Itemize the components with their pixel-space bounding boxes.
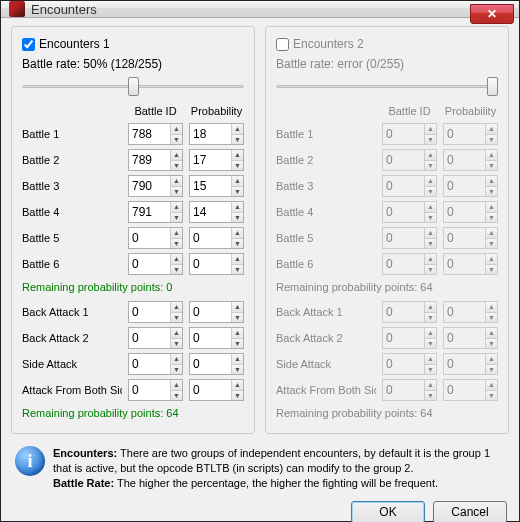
spinner-up-icon[interactable]: ▲ [425, 228, 436, 239]
spinner-down-icon[interactable]: ▼ [232, 213, 243, 223]
close-button[interactable]: ✕ [470, 4, 514, 24]
special-id-spinner[interactable]: ▲▼ [128, 379, 183, 401]
special-id-spinner-input[interactable] [129, 354, 170, 374]
spinner-down-icon[interactable]: ▼ [486, 313, 497, 323]
spinner-up-icon[interactable]: ▲ [486, 228, 497, 239]
special-id-spinner[interactable]: ▲▼ [128, 353, 183, 375]
battle-id-spinner[interactable]: ▲▼ [382, 201, 437, 223]
spinner-down-icon[interactable]: ▼ [171, 265, 182, 275]
spinner-down-icon[interactable]: ▼ [232, 365, 243, 375]
battle-prob-spinner[interactable]: ▲▼ [443, 201, 498, 223]
spinner-up-icon[interactable]: ▲ [486, 328, 497, 339]
battle-prob-spinner[interactable]: ▲▼ [443, 253, 498, 275]
spinner-up-icon[interactable]: ▲ [171, 124, 182, 135]
battle-prob-spinner-input[interactable] [190, 124, 231, 144]
spinner-up-icon[interactable]: ▲ [232, 380, 243, 391]
spinner-up-icon[interactable]: ▲ [425, 328, 436, 339]
spinner-down-icon[interactable]: ▼ [425, 239, 436, 249]
battle-prob-spinner[interactable]: ▲▼ [189, 227, 244, 249]
special-prob-spinner[interactable]: ▲▼ [443, 327, 498, 349]
spinner-up-icon[interactable]: ▲ [171, 302, 182, 313]
spinner-down-icon[interactable]: ▼ [171, 391, 182, 401]
battle-rate-2-slider[interactable] [276, 76, 498, 96]
spinner-down-icon[interactable]: ▼ [232, 239, 243, 249]
special-id-spinner[interactable]: ▲▼ [382, 379, 437, 401]
spinner-down-icon[interactable]: ▼ [425, 391, 436, 401]
special-id-spinner[interactable]: ▲▼ [382, 301, 437, 323]
special-id-spinner-input[interactable] [129, 380, 170, 400]
special-id-spinner-input[interactable] [383, 302, 424, 322]
special-prob-spinner-input[interactable] [190, 328, 231, 348]
special-prob-spinner-input[interactable] [444, 380, 485, 400]
special-prob-spinner-input[interactable] [190, 354, 231, 374]
battle-prob-spinner-input[interactable] [444, 124, 485, 144]
spinner-down-icon[interactable]: ▼ [232, 313, 243, 323]
battle-prob-spinner[interactable]: ▲▼ [443, 123, 498, 145]
spinner-down-icon[interactable]: ▼ [171, 365, 182, 375]
spinner-up-icon[interactable]: ▲ [171, 176, 182, 187]
spinner-up-icon[interactable]: ▲ [425, 354, 436, 365]
battle-id-spinner-input[interactable] [383, 150, 424, 170]
spinner-down-icon[interactable]: ▼ [425, 265, 436, 275]
spinner-up-icon[interactable]: ▲ [171, 150, 182, 161]
battle-id-spinner[interactable]: ▲▼ [128, 123, 183, 145]
battle-id-spinner-input[interactable] [129, 254, 170, 274]
spinner-down-icon[interactable]: ▼ [486, 365, 497, 375]
spinner-up-icon[interactable]: ▲ [486, 176, 497, 187]
spinner-up-icon[interactable]: ▲ [232, 302, 243, 313]
special-id-spinner-input[interactable] [383, 328, 424, 348]
slider-thumb[interactable] [128, 77, 139, 96]
battle-id-spinner[interactable]: ▲▼ [128, 253, 183, 275]
spinner-down-icon[interactable]: ▼ [486, 187, 497, 197]
battle-rate-1-slider[interactable] [22, 76, 244, 96]
battle-prob-spinner[interactable]: ▲▼ [189, 123, 244, 145]
spinner-up-icon[interactable]: ▲ [486, 124, 497, 135]
spinner-down-icon[interactable]: ▼ [232, 391, 243, 401]
special-prob-spinner[interactable]: ▲▼ [443, 379, 498, 401]
spinner-up-icon[interactable]: ▲ [486, 302, 497, 313]
spinner-up-icon[interactable]: ▲ [486, 380, 497, 391]
battle-prob-spinner[interactable]: ▲▼ [443, 175, 498, 197]
spinner-up-icon[interactable]: ▲ [232, 202, 243, 213]
special-prob-spinner[interactable]: ▲▼ [189, 327, 244, 349]
battle-prob-spinner-input[interactable] [444, 176, 485, 196]
battle-prob-spinner-input[interactable] [444, 254, 485, 274]
battle-prob-spinner[interactable]: ▲▼ [189, 149, 244, 171]
spinner-up-icon[interactable]: ▲ [486, 354, 497, 365]
battle-prob-spinner-input[interactable] [190, 254, 231, 274]
spinner-down-icon[interactable]: ▼ [425, 365, 436, 375]
spinner-down-icon[interactable]: ▼ [486, 213, 497, 223]
spinner-up-icon[interactable]: ▲ [171, 254, 182, 265]
battle-id-spinner-input[interactable] [383, 228, 424, 248]
special-prob-spinner-input[interactable] [444, 328, 485, 348]
special-id-spinner-input[interactable] [383, 380, 424, 400]
spinner-down-icon[interactable]: ▼ [171, 187, 182, 197]
battle-id-spinner-input[interactable] [383, 254, 424, 274]
spinner-down-icon[interactable]: ▼ [232, 265, 243, 275]
battle-id-spinner[interactable]: ▲▼ [382, 227, 437, 249]
spinner-up-icon[interactable]: ▲ [486, 150, 497, 161]
slider-thumb[interactable] [487, 77, 498, 96]
spinner-down-icon[interactable]: ▼ [486, 391, 497, 401]
battle-id-spinner-input[interactable] [129, 176, 170, 196]
special-prob-spinner-input[interactable] [190, 380, 231, 400]
spinner-down-icon[interactable]: ▼ [425, 313, 436, 323]
battle-id-spinner-input[interactable] [383, 202, 424, 222]
battle-id-spinner-input[interactable] [383, 124, 424, 144]
spinner-down-icon[interactable]: ▼ [486, 265, 497, 275]
spinner-down-icon[interactable]: ▼ [425, 213, 436, 223]
spinner-up-icon[interactable]: ▲ [425, 124, 436, 135]
battle-id-spinner-input[interactable] [129, 202, 170, 222]
spinner-down-icon[interactable]: ▼ [486, 239, 497, 249]
spinner-down-icon[interactable]: ▼ [425, 339, 436, 349]
battle-prob-spinner-input[interactable] [190, 228, 231, 248]
spinner-down-icon[interactable]: ▼ [171, 239, 182, 249]
spinner-up-icon[interactable]: ▲ [425, 150, 436, 161]
special-id-spinner[interactable]: ▲▼ [128, 327, 183, 349]
battle-id-spinner[interactable]: ▲▼ [128, 175, 183, 197]
cancel-button[interactable]: Cancel [433, 501, 507, 522]
spinner-up-icon[interactable]: ▲ [425, 202, 436, 213]
battle-id-spinner[interactable]: ▲▼ [382, 149, 437, 171]
spinner-up-icon[interactable]: ▲ [171, 328, 182, 339]
battle-prob-spinner[interactable]: ▲▼ [189, 253, 244, 275]
